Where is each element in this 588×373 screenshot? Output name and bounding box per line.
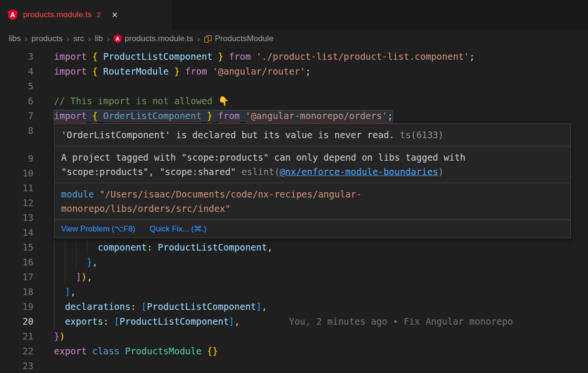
hover-section-eslint-diagnostic: A project tagged with "scope:products" c…	[54, 146, 570, 183]
token: ;	[469, 51, 474, 62]
token	[240, 110, 245, 121]
token: :	[147, 242, 158, 252]
token: }	[87, 257, 92, 267]
token: '@angular/router'	[213, 66, 305, 77]
line-number[interactable]: 18	[0, 285, 33, 299]
hover-message-line: A project tagged with "scope:products" c…	[61, 150, 564, 165]
token: class	[92, 346, 119, 356]
view-problem-action[interactable]: View Problem (⌥F8)	[61, 224, 135, 233]
line-number[interactable]: 20	[0, 314, 33, 329]
breadcrumb-item-lib[interactable]: lib	[95, 34, 103, 44]
code-line-content[interactable]: import { ProductListComponent } from './…	[33, 49, 588, 64]
code-line-content[interactable]	[33, 359, 588, 373]
token: )	[59, 331, 64, 341]
token: import	[54, 66, 87, 77]
token: ]	[229, 316, 234, 327]
code-line-content[interactable]: import { RouterModule } from '@angular/r…	[33, 64, 588, 79]
line-number[interactable]: 10	[0, 166, 33, 181]
code-line-content[interactable]: export class ProductsModule {}	[33, 344, 588, 359]
code-line-content[interactable]: },	[33, 255, 588, 270]
code-line-content[interactable]: ]),	[33, 270, 588, 285]
hover-section-ts-diagnostic: 'OrderListComponent' is declared but its…	[54, 124, 570, 146]
breadcrumb-label: lib	[95, 34, 103, 44]
token: ProductListComponent	[147, 301, 257, 312]
hover-text: )	[438, 166, 443, 177]
breadcrumb: libs›products›src›lib›Aproducts.module.t…	[0, 30, 588, 48]
token: {}	[207, 346, 218, 356]
breadcrumb-item-products-module-ts[interactable]: Aproducts.module.ts	[114, 34, 193, 44]
token: ,	[92, 257, 97, 267]
indent-guide	[54, 314, 54, 329]
line-number[interactable]: 11	[0, 181, 33, 196]
line-number[interactable]: 14	[0, 225, 33, 240]
breadcrumb-item-products[interactable]: products	[32, 34, 63, 44]
git-blame-annotation: You, 2 minutes ago • Fix Angular monorep…	[289, 316, 513, 327]
hover-message-line: "scope:products", "scope:shared" eslint(…	[61, 165, 564, 179]
line-number[interactable]: 17	[0, 270, 33, 285]
token	[54, 257, 87, 267]
code-line-content[interactable]: declarations: [ProductListComponent],	[33, 299, 588, 314]
line-number[interactable]: 9	[0, 151, 33, 166]
breadcrumb-label: libs	[9, 34, 21, 44]
token	[251, 51, 256, 62]
chevron-right-icon: ›	[24, 33, 28, 44]
code-line-23: 23	[0, 359, 588, 373]
tab-products-module-ts[interactable]: A products.module.ts 2 ✕	[0, 0, 172, 30]
line-number[interactable]: 12	[0, 196, 33, 210]
line-number[interactable]: 19	[0, 299, 33, 314]
token: [	[114, 316, 119, 327]
class-symbol-icon	[204, 35, 212, 43]
line-number[interactable]: 15	[0, 240, 33, 255]
code-line-content[interactable]: ],	[33, 285, 588, 299]
code-line-content[interactable]: import { OrderListComponent } from '@ang…	[33, 109, 588, 123]
token: ,	[235, 316, 240, 327]
hover-text: 'OrderListComponent' is declared but its…	[61, 130, 395, 140]
indent-guide	[65, 255, 65, 270]
breadcrumb-label: products.module.ts	[125, 34, 193, 44]
line-number[interactable]: 23	[0, 359, 33, 373]
indent-guide	[54, 255, 54, 270]
code-line-content[interactable]: exports: [ProductListComponent],You, 2 m…	[33, 314, 588, 329]
code-line-content[interactable]	[33, 79, 588, 94]
code-line-15: 15 component: ProductListComponent,	[0, 240, 588, 255]
code-line-20: 20 exports: [ProductListComponent],You, …	[0, 314, 588, 329]
code-line-17: 17 ]),	[0, 270, 588, 285]
token	[202, 110, 207, 121]
tab-title: products.module.ts	[23, 10, 92, 20]
token: :	[103, 316, 114, 327]
indent-guide	[76, 255, 76, 270]
hover-message-line: 'OrderListComponent' is declared but its…	[61, 128, 564, 142]
code-line-content[interactable]: // This import is not allowed 👇	[33, 94, 588, 109]
eslint-rule-link[interactable]: @nx/enforce-module-boundaries	[280, 166, 438, 177]
token: }	[174, 66, 180, 77]
token	[87, 110, 92, 121]
line-number[interactable]: 13	[0, 210, 33, 225]
indent-guide	[76, 240, 76, 255]
line-number[interactable]: 5	[0, 79, 33, 94]
line-number[interactable]: 3	[0, 49, 33, 64]
token: from	[185, 66, 207, 77]
code-line-content[interactable]: component: ProductListComponent,	[33, 240, 588, 255]
code-line-19: 19 declarations: [ProductListComponent],	[0, 299, 588, 314]
code-line-content[interactable]: })	[33, 329, 588, 344]
editor: 3import { ProductListComponent } from '.…	[0, 48, 588, 373]
code-line-18: 18 ],	[0, 285, 588, 299]
token: {	[92, 51, 97, 62]
breadcrumb-item-src[interactable]: src	[73, 34, 84, 44]
line-number[interactable]: 7	[0, 109, 33, 123]
token: ProductListComponent	[98, 51, 218, 62]
token: ;	[387, 110, 393, 121]
line-number[interactable]: 8	[0, 123, 33, 138]
quick-fix-action[interactable]: Quick Fix... (⌘.)	[150, 224, 206, 233]
line-number[interactable]: 22	[0, 344, 33, 359]
line-number[interactable]: 16	[0, 255, 33, 270]
line-number[interactable]: 21	[0, 329, 33, 344]
close-icon[interactable]: ✕	[111, 11, 118, 20]
code-line-22: 22export class ProductsModule {}	[0, 344, 588, 359]
token	[87, 51, 92, 62]
line-number[interactable]: 6	[0, 94, 33, 109]
breadcrumb-item-productsmodule[interactable]: ProductsModule	[204, 34, 274, 44]
line-number[interactable]: 4	[0, 64, 33, 79]
breadcrumb-item-libs[interactable]: libs	[9, 34, 21, 44]
token: ,	[87, 272, 92, 282]
